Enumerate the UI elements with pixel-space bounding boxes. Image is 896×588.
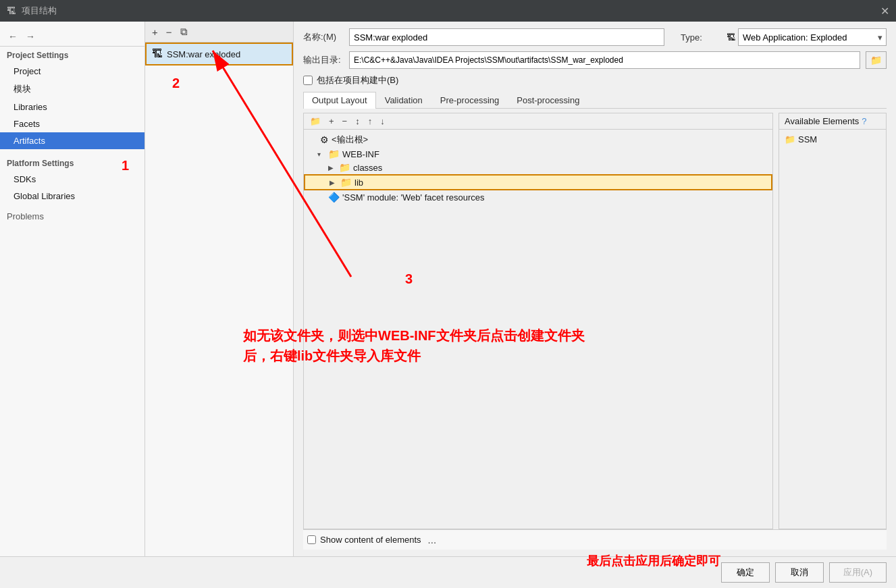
name-row: 名称:(M) Type: 🏗 Web Application: Exploded <box>303 28 887 46</box>
sidebar-item-facets[interactable]: Facets <box>0 115 144 132</box>
tree-chevron-classes: ▶ <box>328 164 336 171</box>
title-bar: 🏗 项目结构 ✕ <box>0 0 896 22</box>
sidebar-item-problems[interactable]: Problems <box>0 205 144 224</box>
dialog-body: ← → Project Settings Project 模块 Librarie… <box>0 22 896 556</box>
sidebar-nav: ← → <box>0 27 144 47</box>
cancel-button[interactable]: 取消 <box>775 562 824 583</box>
name-input[interactable] <box>349 28 664 46</box>
tree-item-label-web-inf: WEB-INF <box>342 149 379 159</box>
tree-item-classes[interactable]: ▶ 📁 classes <box>304 161 772 174</box>
include-build-checkbox[interactable] <box>303 76 313 85</box>
type-select[interactable]: Web Application: Exploded <box>738 28 887 46</box>
output-label: 输出目录: <box>303 54 344 66</box>
layout-toolbar: 📁 + − ↕ ↑ ↓ <box>304 113 772 130</box>
layout-panel: 📁 + − ↕ ↑ ↓ ⚙ <输出根> <box>303 113 887 529</box>
type-select-wrapper: 🏗 Web Application: Exploded <box>727 28 887 46</box>
tab-output-layout[interactable]: Output Layout <box>303 92 376 109</box>
sidebar-item-modules[interactable]: 模块 <box>0 80 144 99</box>
layout-sort-btn[interactable]: ↕ <box>352 115 363 128</box>
type-label: Type: <box>681 32 721 43</box>
help-icon: ? <box>862 116 866 126</box>
sidebar: ← → Project Settings Project 模块 Librarie… <box>0 22 145 556</box>
available-label: Available Elements <box>785 116 859 126</box>
name-label: 名称:(M) <box>303 31 344 43</box>
apply-button[interactable]: 应用(A) <box>829 562 887 583</box>
layout-tree-panel: 📁 + − ↕ ↑ ↓ ⚙ <输出根> <box>303 113 773 529</box>
artifact-list-panel: + − ⧉ 🏗 SSM:war exploded <box>145 22 294 556</box>
config-panel: 名称:(M) Type: 🏗 Web Application: Exploded… <box>294 22 896 556</box>
tree-folder-icon-ssm: 🔷 <box>328 192 340 203</box>
tree-item-web-inf[interactable]: ▾ 📁 WEB-INF <box>304 147 772 161</box>
type-icon: 🏗 <box>727 32 735 43</box>
tabs-bar: Output Layout Validation Pre-processing … <box>303 92 887 109</box>
tab-validation[interactable]: Validation <box>376 92 431 108</box>
artifact-item-label: SSM:war exploded <box>167 49 240 59</box>
available-elements-panel: Available Elements ? 📁 SSM <box>779 113 887 529</box>
artifact-item-ssm-war[interactable]: 🏗 SSM:war exploded <box>145 43 293 65</box>
available-item-label: SSM <box>798 134 817 144</box>
output-path-input[interactable] <box>349 51 860 69</box>
available-item-icon: 📁 <box>785 134 795 144</box>
artifact-list-toolbar: + − ⧉ <box>145 22 293 43</box>
layout-remove-btn[interactable]: − <box>339 115 351 128</box>
title-bar-icon: 🏗 <box>7 5 16 16</box>
tree-item-label: <输出根> <box>332 134 368 146</box>
output-path-row: 输出目录: 📁 <box>303 51 887 69</box>
tree-folder-icon-lib: 📁 <box>340 177 352 188</box>
add-artifact-button[interactable]: + <box>149 25 161 39</box>
tree-item-label-classes: classes <box>353 163 382 173</box>
close-button[interactable]: ✕ <box>880 5 889 18</box>
artifact-item-icon: 🏗 <box>152 48 163 60</box>
layout-folder-btn[interactable]: 📁 <box>307 115 324 128</box>
tree-item-label-ssm: 'SSM' module: 'Web' facet resources <box>342 192 485 203</box>
include-build-row: 包括在项目构建中(B) <box>303 74 887 86</box>
layout-add-btn[interactable]: + <box>325 115 338 128</box>
layout-tree: ⚙ <输出根> ▾ 📁 WEB-INF ▶ <box>304 130 772 529</box>
platform-settings-header: Platform Settings <box>0 155 144 171</box>
sidebar-item-global-libraries[interactable]: Global Libraries <box>0 188 144 205</box>
tree-item-ssm-module[interactable]: 🔷 'SSM' module: 'Web' facet resources <box>304 190 772 204</box>
sidebar-item-sdks[interactable]: SDKs <box>0 171 144 188</box>
tab-pre-processing[interactable]: Pre-processing <box>431 92 508 108</box>
title-bar-title: 项目结构 <box>22 5 57 17</box>
dialog-footer: 确定 取消 应用(A) <box>0 556 896 588</box>
sidebar-item-project[interactable]: Project <box>0 63 144 80</box>
tree-folder-icon-classes: 📁 <box>339 162 350 173</box>
forward-button[interactable]: → <box>23 30 38 43</box>
sidebar-item-libraries[interactable]: Libraries <box>0 99 144 115</box>
include-build-label[interactable]: 包括在项目构建中(B) <box>317 74 398 86</box>
ok-button[interactable]: 确定 <box>721 562 770 583</box>
tree-chevron-web-inf: ▾ <box>317 151 325 158</box>
copy-artifact-button[interactable]: ⧉ <box>178 24 190 39</box>
available-header: Available Elements ? <box>779 113 886 130</box>
layout-up-btn[interactable]: ↑ <box>365 115 376 128</box>
back-button[interactable]: ← <box>5 30 20 43</box>
tree-item-label-lib: lib <box>354 178 363 188</box>
tab-post-processing[interactable]: Post-processing <box>508 92 588 108</box>
browse-button[interactable]: 📁 <box>866 51 887 69</box>
tree-folder-icon-web-inf: 📁 <box>328 149 340 159</box>
tree-item-output-root[interactable]: ⚙ <输出根> <box>304 132 772 147</box>
show-content-label[interactable]: Show content of elements <box>320 535 421 545</box>
sidebar-item-artifacts[interactable]: Artifacts <box>0 132 144 149</box>
tree-folder-icon: ⚙ <box>320 134 329 145</box>
show-content-checkbox[interactable] <box>307 535 316 544</box>
available-tree: 📁 SSM <box>779 130 886 529</box>
center-panel: + − ⧉ 🏗 SSM:war exploded 名称:(M) Ty <box>145 22 896 556</box>
tree-item-lib[interactable]: ▶ 📁 lib <box>304 174 772 190</box>
show-content-more-btn[interactable]: ... <box>425 533 440 547</box>
project-settings-header: Project Settings <box>0 47 144 63</box>
layout-down-btn[interactable]: ↓ <box>377 115 388 128</box>
available-item-ssm[interactable]: 📁 SSM <box>779 132 886 146</box>
tree-chevron-lib: ▶ <box>330 179 338 186</box>
remove-artifact-button[interactable]: − <box>163 25 175 39</box>
layout-bottom-bar: Show content of elements ... <box>303 529 887 550</box>
